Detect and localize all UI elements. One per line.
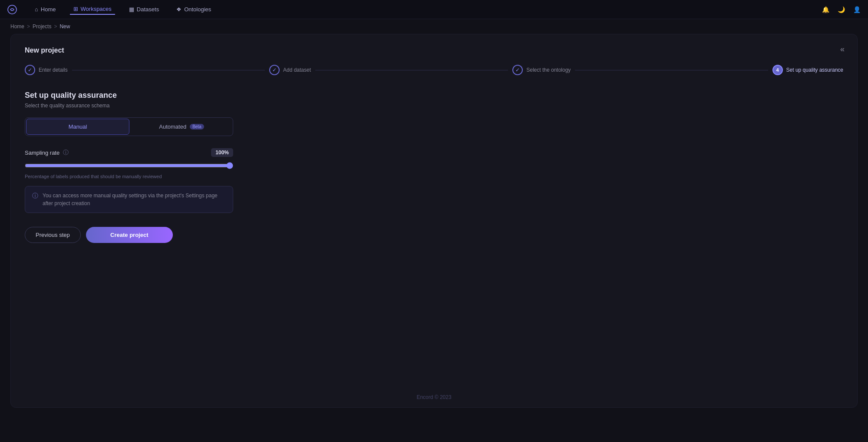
- section-subtitle: Select the quality assurance schema: [25, 103, 843, 109]
- sampling-info-icon[interactable]: ⓘ: [63, 149, 69, 156]
- sampling-slider-container: [25, 162, 233, 170]
- breadcrumb: Home > Projects > New: [0, 19, 868, 34]
- action-buttons: Previous step Create project: [25, 227, 843, 243]
- previous-step-button[interactable]: Previous step: [25, 227, 81, 243]
- qa-schema-tabs: Manual Automated Beta: [25, 117, 233, 136]
- app-logo[interactable]: [7, 4, 17, 15]
- step-3-circle: ✓: [512, 65, 523, 75]
- datasets-icon: ▦: [129, 6, 134, 13]
- stepper: ✓ Enter details ✓ Add dataset ✓ Select t…: [25, 65, 843, 75]
- info-box-icon: ⓘ: [32, 192, 38, 200]
- footer: Encord © 2023: [11, 387, 857, 407]
- breadcrumb-projects[interactable]: Projects: [33, 23, 51, 30]
- ontologies-icon: ❖: [176, 6, 182, 13]
- workspaces-icon: ⊞: [73, 6, 78, 12]
- card-title: New project: [25, 47, 843, 54]
- step-enter-details: ✓ Enter details: [25, 65, 68, 75]
- home-icon: ⌂: [35, 6, 38, 13]
- tab-manual[interactable]: Manual: [26, 119, 129, 135]
- breadcrumb-sep-1: >: [27, 23, 30, 30]
- user-avatar-icon[interactable]: 👤: [852, 5, 861, 14]
- check-icon-3: ✓: [515, 67, 520, 73]
- info-box-text: You can access more manual quality setti…: [43, 192, 226, 207]
- notification-icon[interactable]: 🔔: [821, 5, 830, 14]
- sampling-value: 100%: [211, 148, 233, 157]
- step-2-circle: ✓: [269, 65, 280, 75]
- info-box: ⓘ You can access more manual quality set…: [25, 186, 233, 213]
- step-1-label: Enter details: [39, 67, 68, 73]
- step-set-up-qa: 4 Set up quality assurance: [772, 65, 843, 75]
- step-line-1: [72, 70, 265, 70]
- sampling-description: Percentage of labels produced that shoul…: [25, 174, 843, 179]
- step-line-3: [575, 70, 768, 70]
- create-project-button[interactable]: Create project: [86, 227, 173, 243]
- step-2-label: Add dataset: [283, 67, 311, 73]
- breadcrumb-sep-2: >: [54, 23, 57, 30]
- step-select-ontology: ✓ Select the ontology: [512, 65, 571, 75]
- section-title: Set up quality assurance: [25, 91, 843, 100]
- sampling-slider[interactable]: [25, 162, 233, 169]
- main-card: New project « ✓ Enter details ✓ Add data…: [10, 34, 858, 408]
- sampling-rate-row: Sampling rate ⓘ 100%: [25, 148, 233, 157]
- sampling-rate-label: Sampling rate: [25, 150, 59, 156]
- nav-home[interactable]: ⌂ Home: [31, 4, 59, 14]
- collapse-button[interactable]: «: [836, 43, 848, 55]
- step-1-circle: ✓: [25, 65, 35, 75]
- nav-workspaces[interactable]: ⊞ Workspaces: [70, 4, 115, 15]
- breadcrumb-home[interactable]: Home: [10, 23, 24, 30]
- step-line-2: [315, 70, 508, 70]
- automated-tab-label: Automated: [159, 123, 186, 130]
- theme-toggle-icon[interactable]: 🌙: [837, 5, 845, 14]
- step-4-label: Set up quality assurance: [786, 67, 843, 73]
- tab-automated[interactable]: Automated Beta: [130, 118, 233, 136]
- nav-ontologies[interactable]: ❖ Ontologies: [173, 4, 215, 14]
- nav-actions: 🔔 🌙 👤: [821, 5, 861, 14]
- top-navigation: ⌂ Home ⊞ Workspaces ▦ Datasets ❖ Ontolog…: [0, 0, 868, 19]
- breadcrumb-current: New: [59, 23, 70, 30]
- check-icon-2: ✓: [272, 67, 277, 73]
- beta-badge: Beta: [190, 124, 204, 130]
- check-icon-1: ✓: [28, 67, 32, 73]
- step-4-circle: 4: [772, 65, 783, 75]
- step-add-dataset: ✓ Add dataset: [269, 65, 311, 75]
- step-3-label: Select the ontology: [526, 67, 571, 73]
- nav-datasets[interactable]: ▦ Datasets: [125, 4, 162, 14]
